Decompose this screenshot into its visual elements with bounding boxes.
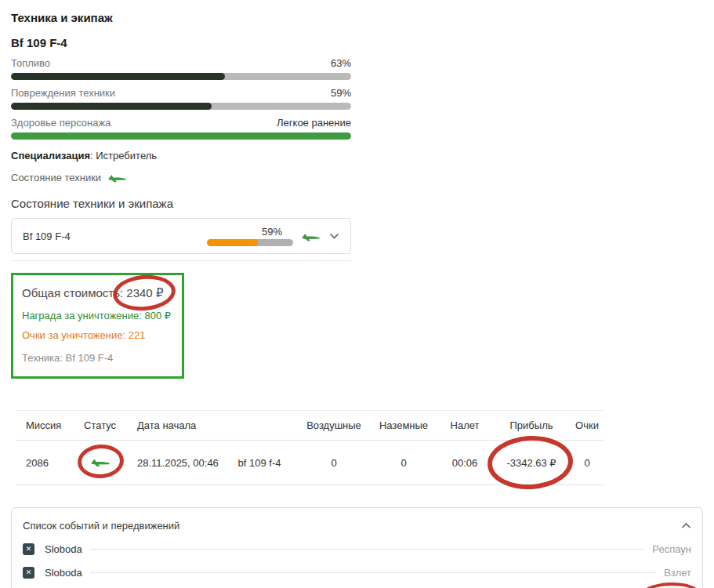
destroy-points-line: Очки за уничтожение: 221	[22, 329, 171, 341]
plane-icon	[107, 172, 128, 183]
vehicle-name-heading: Bf 109 F-4	[11, 36, 351, 49]
crew-section-heading: Состояние техники и экипажа	[11, 197, 351, 210]
health-value: Легкое ранение	[277, 117, 351, 129]
mission-status-cell	[74, 441, 127, 485]
health-progress-fill	[11, 132, 351, 140]
mission-start-date: 28.11.2025, 00:46	[127, 441, 221, 485]
col-vehicle	[221, 411, 298, 441]
vehicle-condition-meter: 59%	[207, 226, 293, 246]
damage-progressbar	[11, 103, 351, 110]
fuel-progress-fill	[11, 73, 225, 80]
vehicle-condition-fill	[207, 239, 258, 246]
col-air: Воздушные	[298, 411, 370, 441]
total-cost-label: Общая стоимость:	[22, 286, 123, 299]
mission-vehicle: bf 109 f-4	[221, 441, 298, 485]
mission-flight-time: 00:06	[437, 441, 492, 485]
plane-icon	[301, 231, 321, 241]
vehicle-card[interactable]: Bf 109 F-4 59%	[11, 218, 351, 254]
destroy-reward-line: Награда за уничтожение: 800 ₽	[22, 310, 171, 321]
damage-bar-group: Повреждения техники 59%	[11, 87, 351, 110]
col-start-date: Дата начала	[127, 411, 221, 441]
event-label: Респаун	[652, 543, 691, 555]
specialization-value: : Истребитель	[90, 150, 157, 162]
total-cost-line: Общая стоимость: 2340 ₽	[22, 286, 171, 300]
chevron-down-icon[interactable]	[329, 229, 339, 243]
col-mission: Миссия	[16, 411, 74, 441]
red-circle-annotation	[638, 581, 701, 588]
condition-label: Состояние техники	[11, 172, 101, 183]
fuel-bar-group: Топливо 63%	[11, 57, 351, 80]
cost-summary-box: Общая стоимость: 2340 ₽ Награда за уничт…	[11, 273, 184, 379]
col-status: Статус	[74, 411, 127, 441]
events-panel-title: Список событий и передвижений	[23, 520, 179, 532]
event-row: ✕ Sloboda Респаун	[23, 543, 691, 556]
mission-points: 0	[571, 441, 603, 485]
health-bar-group: Здоровье персонажа Легкое ранение	[11, 117, 351, 140]
specialization-line: Специализация: Истребитель	[11, 150, 351, 162]
mission-air-kills: 0	[298, 441, 370, 485]
missions-table: Миссия Статус Дата начала Воздушные Назе…	[16, 410, 603, 485]
health-label: Здоровье персонажа	[11, 117, 111, 129]
damage-progress-fill	[11, 103, 212, 110]
missions-table-header-row: Миссия Статус Дата начала Воздушные Назе…	[16, 411, 603, 441]
col-profit: Прибыль	[492, 411, 571, 441]
vehicle-card-name: Bf 109 F-4	[23, 230, 71, 242]
mission-profit: -3342.63 ₽	[506, 457, 556, 469]
health-progressbar	[11, 132, 351, 140]
event-label: Взлет	[664, 567, 691, 579]
fuel-progressbar	[11, 73, 351, 80]
events-panel: Список событий и передвижений ✕ Sloboda …	[11, 507, 703, 588]
fuel-value: 63%	[331, 57, 351, 69]
mission-profit-cell: -3342.63 ₽	[492, 441, 571, 485]
mission-id: 2086	[16, 441, 74, 485]
airfield-icon: ✕	[23, 543, 34, 555]
divider	[11, 260, 351, 261]
col-flight-time: Налет	[437, 411, 492, 441]
event-connector-line	[90, 572, 656, 573]
vehicle-condition-percent: 59%	[262, 226, 282, 238]
damage-value: 59%	[331, 87, 351, 99]
col-points: Очки	[571, 411, 603, 441]
mission-row[interactable]: 2086 28.11.2025, 00:46 bf 109 f-4 0 0	[16, 441, 603, 485]
page: Техника и экипаж Bf 109 F-4 Топливо 63% …	[0, 0, 714, 588]
event-place: Sloboda	[45, 543, 82, 555]
chevron-up-icon[interactable]	[681, 518, 691, 532]
vehicle-line: Техника: Bf 109 F-4	[22, 352, 171, 364]
page-title: Техника и экипаж	[11, 11, 351, 24]
damage-label: Повреждения техники	[11, 87, 115, 99]
events-panel-header[interactable]: Список событий и передвижений	[23, 518, 691, 532]
condition-line: Состояние техники	[11, 172, 351, 183]
event-place: Sloboda	[45, 567, 82, 579]
col-ground: Наземные	[370, 411, 437, 441]
event-row: ✕ Sloboda Взлет	[23, 566, 691, 579]
total-cost-value: 2340 ₽	[126, 286, 163, 300]
specialization-label: Специализация	[11, 150, 90, 162]
mission-ground-kills: 0	[370, 441, 437, 485]
airfield-icon: ✕	[23, 567, 34, 579]
event-connector-line	[90, 549, 645, 550]
fuel-label: Топливо	[11, 57, 50, 69]
plane-status-icon	[90, 456, 111, 467]
